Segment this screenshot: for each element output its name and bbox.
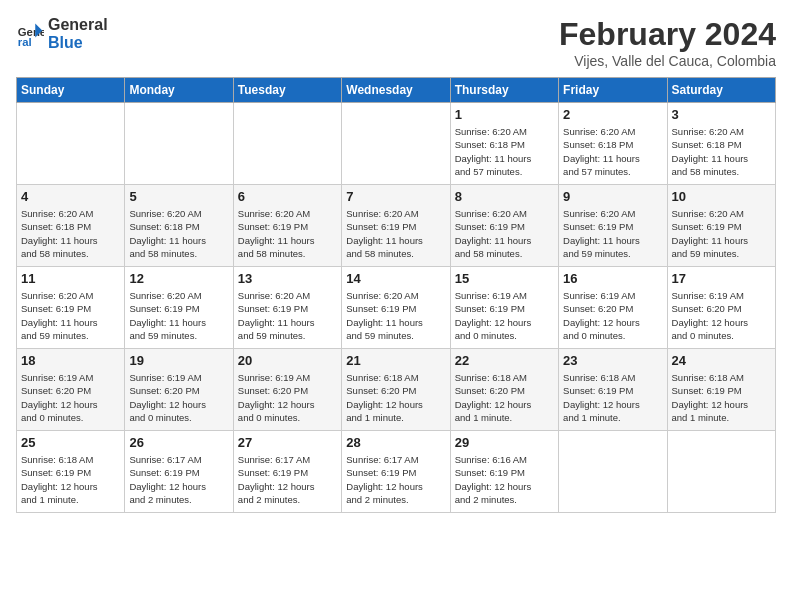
day-number: 19 xyxy=(129,353,228,368)
day-number: 26 xyxy=(129,435,228,450)
calendar-cell: 28Sunrise: 6:17 AM Sunset: 6:19 PM Dayli… xyxy=(342,431,450,513)
calendar-cell xyxy=(125,103,233,185)
day-info: Sunrise: 6:18 AM Sunset: 6:20 PM Dayligh… xyxy=(455,371,554,424)
calendar-header-wednesday: Wednesday xyxy=(342,78,450,103)
logo-text-line2: Blue xyxy=(48,34,108,52)
calendar-cell: 20Sunrise: 6:19 AM Sunset: 6:20 PM Dayli… xyxy=(233,349,341,431)
calendar-cell: 29Sunrise: 6:16 AM Sunset: 6:19 PM Dayli… xyxy=(450,431,558,513)
calendar-cell xyxy=(667,431,775,513)
calendar-cell: 4Sunrise: 6:20 AM Sunset: 6:18 PM Daylig… xyxy=(17,185,125,267)
day-info: Sunrise: 6:19 AM Sunset: 6:20 PM Dayligh… xyxy=(563,289,662,342)
month-year-title: February 2024 xyxy=(559,16,776,53)
day-number: 12 xyxy=(129,271,228,286)
day-number: 27 xyxy=(238,435,337,450)
day-number: 16 xyxy=(563,271,662,286)
day-info: Sunrise: 6:19 AM Sunset: 6:20 PM Dayligh… xyxy=(672,289,771,342)
calendar-cell: 15Sunrise: 6:19 AM Sunset: 6:19 PM Dayli… xyxy=(450,267,558,349)
calendar-cell: 9Sunrise: 6:20 AM Sunset: 6:19 PM Daylig… xyxy=(559,185,667,267)
day-number: 4 xyxy=(21,189,120,204)
day-info: Sunrise: 6:19 AM Sunset: 6:20 PM Dayligh… xyxy=(238,371,337,424)
day-info: Sunrise: 6:20 AM Sunset: 6:19 PM Dayligh… xyxy=(238,207,337,260)
day-info: Sunrise: 6:17 AM Sunset: 6:19 PM Dayligh… xyxy=(238,453,337,506)
calendar-cell: 5Sunrise: 6:20 AM Sunset: 6:18 PM Daylig… xyxy=(125,185,233,267)
day-number: 9 xyxy=(563,189,662,204)
calendar-cell: 17Sunrise: 6:19 AM Sunset: 6:20 PM Dayli… xyxy=(667,267,775,349)
day-info: Sunrise: 6:20 AM Sunset: 6:18 PM Dayligh… xyxy=(455,125,554,178)
day-info: Sunrise: 6:20 AM Sunset: 6:18 PM Dayligh… xyxy=(21,207,120,260)
day-info: Sunrise: 6:19 AM Sunset: 6:20 PM Dayligh… xyxy=(21,371,120,424)
page-header: Gene ral General Blue February 2024 Vije… xyxy=(16,16,776,69)
calendar-header-sunday: Sunday xyxy=(17,78,125,103)
day-number: 21 xyxy=(346,353,445,368)
day-number: 3 xyxy=(672,107,771,122)
calendar-cell: 16Sunrise: 6:19 AM Sunset: 6:20 PM Dayli… xyxy=(559,267,667,349)
day-info: Sunrise: 6:20 AM Sunset: 6:19 PM Dayligh… xyxy=(672,207,771,260)
day-info: Sunrise: 6:20 AM Sunset: 6:19 PM Dayligh… xyxy=(346,289,445,342)
calendar-header-row: SundayMondayTuesdayWednesdayThursdayFrid… xyxy=(17,78,776,103)
logo: Gene ral General Blue xyxy=(16,16,108,51)
day-info: Sunrise: 6:19 AM Sunset: 6:19 PM Dayligh… xyxy=(455,289,554,342)
day-number: 20 xyxy=(238,353,337,368)
calendar-body: 1Sunrise: 6:20 AM Sunset: 6:18 PM Daylig… xyxy=(17,103,776,513)
day-info: Sunrise: 6:20 AM Sunset: 6:19 PM Dayligh… xyxy=(21,289,120,342)
day-number: 23 xyxy=(563,353,662,368)
day-info: Sunrise: 6:17 AM Sunset: 6:19 PM Dayligh… xyxy=(129,453,228,506)
calendar-cell: 12Sunrise: 6:20 AM Sunset: 6:19 PM Dayli… xyxy=(125,267,233,349)
day-number: 15 xyxy=(455,271,554,286)
logo-text-line1: General xyxy=(48,16,108,34)
calendar-week-4: 18Sunrise: 6:19 AM Sunset: 6:20 PM Dayli… xyxy=(17,349,776,431)
location-subtitle: Vijes, Valle del Cauca, Colombia xyxy=(559,53,776,69)
calendar-cell: 26Sunrise: 6:17 AM Sunset: 6:19 PM Dayli… xyxy=(125,431,233,513)
svg-text:ral: ral xyxy=(18,36,32,48)
day-info: Sunrise: 6:18 AM Sunset: 6:19 PM Dayligh… xyxy=(21,453,120,506)
calendar-cell: 18Sunrise: 6:19 AM Sunset: 6:20 PM Dayli… xyxy=(17,349,125,431)
day-number: 2 xyxy=(563,107,662,122)
calendar-week-5: 25Sunrise: 6:18 AM Sunset: 6:19 PM Dayli… xyxy=(17,431,776,513)
day-info: Sunrise: 6:16 AM Sunset: 6:19 PM Dayligh… xyxy=(455,453,554,506)
logo-icon: Gene ral xyxy=(16,20,44,48)
day-number: 29 xyxy=(455,435,554,450)
day-number: 10 xyxy=(672,189,771,204)
calendar-cell: 7Sunrise: 6:20 AM Sunset: 6:19 PM Daylig… xyxy=(342,185,450,267)
day-number: 14 xyxy=(346,271,445,286)
day-info: Sunrise: 6:20 AM Sunset: 6:18 PM Dayligh… xyxy=(129,207,228,260)
calendar-cell: 22Sunrise: 6:18 AM Sunset: 6:20 PM Dayli… xyxy=(450,349,558,431)
calendar-cell: 2Sunrise: 6:20 AM Sunset: 6:18 PM Daylig… xyxy=(559,103,667,185)
day-number: 5 xyxy=(129,189,228,204)
day-info: Sunrise: 6:19 AM Sunset: 6:20 PM Dayligh… xyxy=(129,371,228,424)
calendar-cell: 10Sunrise: 6:20 AM Sunset: 6:19 PM Dayli… xyxy=(667,185,775,267)
day-info: Sunrise: 6:18 AM Sunset: 6:19 PM Dayligh… xyxy=(672,371,771,424)
day-number: 7 xyxy=(346,189,445,204)
calendar-cell xyxy=(559,431,667,513)
calendar-cell: 13Sunrise: 6:20 AM Sunset: 6:19 PM Dayli… xyxy=(233,267,341,349)
day-number: 13 xyxy=(238,271,337,286)
calendar-week-2: 4Sunrise: 6:20 AM Sunset: 6:18 PM Daylig… xyxy=(17,185,776,267)
calendar-cell: 6Sunrise: 6:20 AM Sunset: 6:19 PM Daylig… xyxy=(233,185,341,267)
calendar-cell: 14Sunrise: 6:20 AM Sunset: 6:19 PM Dayli… xyxy=(342,267,450,349)
calendar-cell: 27Sunrise: 6:17 AM Sunset: 6:19 PM Dayli… xyxy=(233,431,341,513)
day-number: 17 xyxy=(672,271,771,286)
calendar-table: SundayMondayTuesdayWednesdayThursdayFrid… xyxy=(16,77,776,513)
calendar-header-thursday: Thursday xyxy=(450,78,558,103)
calendar-cell: 25Sunrise: 6:18 AM Sunset: 6:19 PM Dayli… xyxy=(17,431,125,513)
calendar-cell: 3Sunrise: 6:20 AM Sunset: 6:18 PM Daylig… xyxy=(667,103,775,185)
title-block: February 2024 Vijes, Valle del Cauca, Co… xyxy=(559,16,776,69)
day-info: Sunrise: 6:20 AM Sunset: 6:19 PM Dayligh… xyxy=(238,289,337,342)
calendar-header-monday: Monday xyxy=(125,78,233,103)
day-info: Sunrise: 6:18 AM Sunset: 6:19 PM Dayligh… xyxy=(563,371,662,424)
day-info: Sunrise: 6:18 AM Sunset: 6:20 PM Dayligh… xyxy=(346,371,445,424)
day-number: 11 xyxy=(21,271,120,286)
day-number: 6 xyxy=(238,189,337,204)
day-number: 1 xyxy=(455,107,554,122)
day-number: 18 xyxy=(21,353,120,368)
day-info: Sunrise: 6:20 AM Sunset: 6:19 PM Dayligh… xyxy=(563,207,662,260)
calendar-cell: 24Sunrise: 6:18 AM Sunset: 6:19 PM Dayli… xyxy=(667,349,775,431)
calendar-cell xyxy=(233,103,341,185)
day-info: Sunrise: 6:20 AM Sunset: 6:18 PM Dayligh… xyxy=(672,125,771,178)
calendar-cell: 23Sunrise: 6:18 AM Sunset: 6:19 PM Dayli… xyxy=(559,349,667,431)
day-info: Sunrise: 6:20 AM Sunset: 6:19 PM Dayligh… xyxy=(346,207,445,260)
day-number: 28 xyxy=(346,435,445,450)
calendar-cell: 8Sunrise: 6:20 AM Sunset: 6:19 PM Daylig… xyxy=(450,185,558,267)
calendar-cell xyxy=(17,103,125,185)
calendar-header-saturday: Saturday xyxy=(667,78,775,103)
